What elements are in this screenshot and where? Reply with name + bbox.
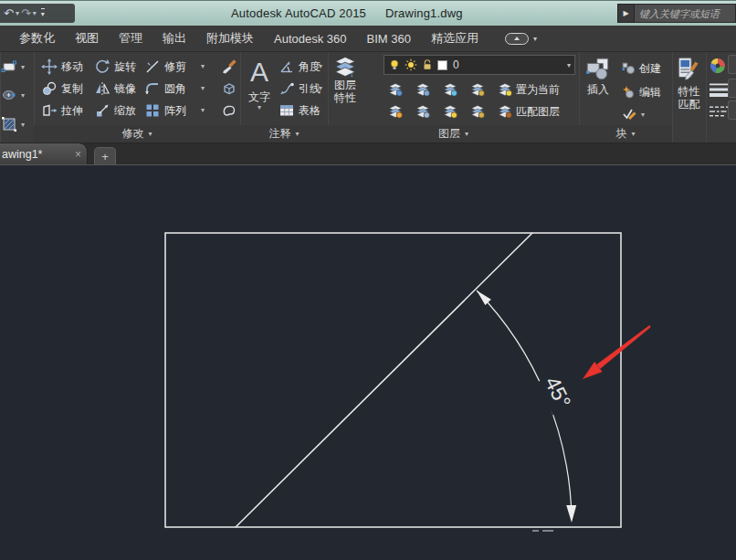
sun-icon[interactable] xyxy=(405,58,417,71)
tab-bim360[interactable]: BIM 360 xyxy=(357,32,421,46)
layer-restore-button[interactable] xyxy=(415,102,430,121)
qat-overflow-icon[interactable]: ▾ xyxy=(41,8,45,18)
hatch-tool-button[interactable]: ▾ xyxy=(1,115,25,133)
tab-addins[interactable]: 附加模块 xyxy=(196,30,264,47)
search-input[interactable] xyxy=(635,4,736,23)
undo-dropdown-icon[interactable]: ▾ xyxy=(16,9,19,17)
chevron-down-icon[interactable]: ▾ xyxy=(319,84,322,92)
layer-unlock-button[interactable] xyxy=(470,102,485,121)
leader-button[interactable]: 引线 xyxy=(279,79,321,98)
rectangle-tool-button[interactable]: ▾ xyxy=(1,58,25,76)
trim-button[interactable]: 修剪 xyxy=(144,58,186,76)
chevron-down-icon[interactable]: ▾ xyxy=(201,84,205,92)
layer-walk-button[interactable] xyxy=(415,80,430,99)
scale-button[interactable]: 缩放 xyxy=(94,101,136,120)
undo-icon[interactable]: ↶ xyxy=(4,7,14,19)
lineweight-button[interactable] xyxy=(709,80,729,99)
insert-block-button[interactable]: 插入 xyxy=(583,56,614,96)
edit-block-button[interactable]: 编辑 xyxy=(621,83,661,101)
tab-featured-apps[interactable]: 精选应用 xyxy=(421,30,489,47)
color-combo-fragment[interactable] xyxy=(728,55,736,74)
layer-isolate-button[interactable] xyxy=(388,80,403,99)
diagonal-line[interactable] xyxy=(236,233,532,527)
annotate-panel-label[interactable]: 注释 ▾ xyxy=(240,125,328,143)
chevron-down-icon[interactable]: ▾ xyxy=(258,103,261,111)
drawing-canvas[interactable]: 45° xyxy=(0,165,736,560)
layer-freeze-button[interactable] xyxy=(443,80,457,99)
layer-on-button[interactable] xyxy=(388,102,403,121)
fillet-button[interactable]: 圆角 xyxy=(144,79,186,98)
tab-autodesk360[interactable]: Autodesk 360 xyxy=(264,32,357,46)
search-go-icon[interactable]: ▶ xyxy=(617,4,635,23)
panel-properties-left: 特性 匹配 xyxy=(672,52,707,143)
stretch-icon xyxy=(41,102,58,119)
ribbon-collapse-button[interactable]: ▾ xyxy=(505,33,537,45)
match-properties-icon xyxy=(675,54,704,85)
chevron-down-icon[interactable]: ▾ xyxy=(201,62,205,70)
quick-access-toolbar[interactable]: ↶ ▾ ↷ ▾ ▾ xyxy=(0,4,75,23)
set-current-layer-button[interactable]: 置为当前 xyxy=(498,80,560,99)
layers-panel-label[interactable]: 图层 ▾ xyxy=(328,125,579,143)
layer-properties-button[interactable]: ↕ 图层 特性 xyxy=(330,55,361,104)
chevron-down-icon[interactable]: ▾ xyxy=(21,63,25,71)
layer-color-swatch[interactable] xyxy=(437,60,447,70)
tab-view[interactable]: 视图 xyxy=(65,30,109,47)
explode-tool-button[interactable] xyxy=(221,79,237,98)
layer-properties-label-2: 特性 xyxy=(334,91,356,104)
insert-block-label: 插入 xyxy=(587,83,609,96)
color-wheel-icon xyxy=(710,58,726,74)
table-button[interactable]: 表格 xyxy=(279,101,321,120)
layer-select-combo[interactable]: 0 ▾ xyxy=(384,55,575,75)
match-layer-button[interactable]: 匹配图层 xyxy=(498,102,560,121)
new-drawing-tab-button[interactable]: + xyxy=(94,147,116,164)
create-block-button[interactable]: 创建 xyxy=(621,59,661,78)
chevron-down-icon[interactable]: ▾ xyxy=(21,121,25,129)
chevron-down-icon[interactable]: ▾ xyxy=(641,111,645,119)
layer-lock-button[interactable] xyxy=(470,80,485,99)
tab-manage[interactable]: 管理 xyxy=(109,30,152,47)
block-panel-label[interactable]: 块 ▾ xyxy=(579,125,672,143)
redo-dropdown-icon[interactable]: ▾ xyxy=(33,9,37,17)
chevron-down-icon[interactable]: ▾ xyxy=(319,62,322,70)
unlock-icon[interactable] xyxy=(421,58,434,71)
match-properties-button[interactable]: 特性 匹配 xyxy=(674,54,704,111)
chevron-down-icon[interactable]: ▾ xyxy=(567,61,571,69)
leader-label: 引线 xyxy=(299,81,321,97)
extension-mark xyxy=(532,530,539,532)
mirror-button[interactable]: 镜像 xyxy=(94,79,136,98)
layer-thaw-button[interactable] xyxy=(443,102,457,121)
text-tool-button[interactable]: A 文字 ▾ xyxy=(245,54,274,111)
copy-button[interactable]: 复制 xyxy=(41,79,83,98)
ellipse-tool-button[interactable]: ▾ xyxy=(1,86,25,104)
scale-label: 缩放 xyxy=(114,103,136,119)
lightbulb-icon[interactable] xyxy=(388,58,401,71)
linetype-button[interactable] xyxy=(709,102,729,121)
redo-icon[interactable]: ↷ xyxy=(21,7,31,19)
brush-tool-button[interactable] xyxy=(221,58,237,76)
move-label: 移动 xyxy=(61,59,83,75)
lineweight-combo-fragment[interactable] xyxy=(728,79,736,98)
stretch-button[interactable]: 拉伸 xyxy=(41,101,83,120)
help-search-box: ▶ xyxy=(617,4,736,23)
linetype-combo-fragment[interactable] xyxy=(728,100,736,120)
angle-dimension-button[interactable]: 角度 xyxy=(279,58,321,76)
play-icon: ▶ xyxy=(623,9,628,17)
drawing-file-tab[interactable]: awing1* × xyxy=(0,143,88,164)
chevron-down-icon[interactable]: ▾ xyxy=(201,106,205,114)
match-properties-label-1: 特性 xyxy=(678,85,700,98)
join-tool-button[interactable] xyxy=(221,101,237,120)
edit-block-label: 编辑 xyxy=(639,85,661,100)
object-color-button[interactable] xyxy=(710,57,726,75)
chevron-down-icon[interactable]: ▾ xyxy=(21,91,25,100)
close-tab-icon[interactable]: × xyxy=(71,148,81,161)
rotate-button[interactable]: 旋转 xyxy=(94,58,136,76)
tab-parametric[interactable]: 参数化 xyxy=(9,30,65,47)
tab-output[interactable]: 输出 xyxy=(152,30,196,47)
move-button[interactable]: 移动 xyxy=(41,58,83,76)
modify-panel-label[interactable]: 修改 ▾ xyxy=(34,125,240,143)
mirror-icon xyxy=(94,80,110,97)
table-icon xyxy=(279,102,295,119)
array-button[interactable]: 阵列 xyxy=(144,101,186,120)
ribbon-collapse-caret-icon[interactable]: ▾ xyxy=(533,35,537,43)
edit-attributes-button[interactable]: ▾ xyxy=(621,105,645,123)
